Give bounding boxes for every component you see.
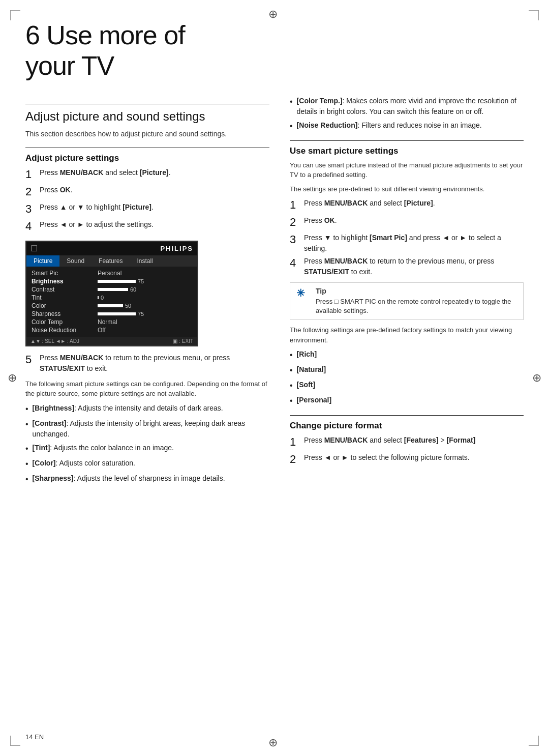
bullet-soft: [Soft] bbox=[290, 380, 524, 392]
bullet-rich: [Rich] bbox=[290, 349, 524, 361]
adjust-picture-steps: 1 Press MENU/BACK and select [Picture]. … bbox=[25, 167, 269, 235]
tv-menu-header: ☐ PHILIPS bbox=[26, 242, 197, 255]
page: 6 Use more of your TV Adjust picture and… bbox=[0, 0, 549, 756]
bullet-brightness: [Brightness]: Adjusts the intensity and … bbox=[25, 403, 269, 415]
change-format-title: Change picture format bbox=[290, 421, 524, 431]
tv-row-colortemp: Color Temp Normal bbox=[32, 318, 192, 326]
step-1: 1 Press MENU/BACK and select [Picture]. bbox=[25, 167, 269, 183]
tv-tab-picture: Picture bbox=[26, 255, 59, 267]
tv-menu-footer: ▲▼ : SEL ◄► : ADJ ▣ : EXIT bbox=[26, 337, 197, 345]
section-divider-smart bbox=[290, 140, 524, 141]
tv-tab-sound: Sound bbox=[59, 255, 92, 267]
smart-step-2: 2 Press OK. bbox=[290, 215, 524, 230]
step-4: 4 Press ◄ or ► to adjust the settings. bbox=[25, 219, 269, 235]
smart-steps: 1 Press MENU/BACK and select [Picture]. … bbox=[290, 198, 524, 277]
crosshair-bottom bbox=[268, 736, 281, 748]
crosshair-top bbox=[268, 8, 281, 20]
step-3: 3 Press ▲ or ▼ to highlight [Picture]. bbox=[25, 202, 269, 217]
smart-picture-desc: The following smart picture settings can… bbox=[25, 379, 269, 399]
bullet-noisered: [Noise Reduction]: Filters and reduces n… bbox=[290, 120, 524, 132]
corner-mark-bl bbox=[10, 736, 20, 746]
use-smart-title: Use smart picture settings bbox=[290, 146, 524, 156]
right-column: [Color Temp.]: Makes colors more vivid a… bbox=[290, 96, 524, 490]
format-steps: 1 Press MENU/BACK and select [Features] … bbox=[290, 435, 524, 468]
settings-bullets: [Brightness]: Adjusts the intensity and … bbox=[25, 403, 269, 485]
tv-menu-tabs: Picture Sound Features Install bbox=[26, 255, 197, 267]
bullet-colortemp: [Color Temp.]: Makes colors more vivid a… bbox=[290, 96, 524, 117]
section-divider-2 bbox=[25, 148, 269, 148]
crosshair-right bbox=[532, 371, 541, 385]
factory-bullets: [Rich] [Natural] [Soft] [Personal] bbox=[290, 349, 524, 407]
smart-desc2: The settings are pre-defined to suit dif… bbox=[290, 184, 524, 194]
tv-row-color: Color 50 bbox=[32, 302, 192, 309]
page-number: 14 EN bbox=[25, 733, 44, 741]
adjust-picture-title: Adjust picture settings bbox=[25, 153, 269, 163]
tip-label: Tip bbox=[316, 287, 517, 295]
bullet-sharpness: [Sharpness]: Adjusts the level of sharpn… bbox=[25, 473, 269, 485]
tv-menu-icon: ☐ bbox=[30, 244, 38, 253]
two-column-layout: Adjust picture and sound settings This s… bbox=[25, 96, 524, 490]
bullet-tint: [Tint]: Adjusts the color balance in an … bbox=[25, 443, 269, 455]
step-5: 5 Press MENU/BACK to return to the previ… bbox=[25, 353, 269, 374]
bullet-personal: [Personal] bbox=[290, 395, 524, 407]
section-divider-format bbox=[290, 415, 524, 416]
corner-mark-tl bbox=[10, 10, 20, 20]
step-5-list: 5 Press MENU/BACK to return to the previ… bbox=[25, 353, 269, 374]
format-step-1: 1 Press MENU/BACK and select [Features] … bbox=[290, 435, 524, 450]
tv-row-smartpic: Smart Pic Personal bbox=[32, 270, 192, 277]
format-step-2: 2 Press ◄ or ► to select the following p… bbox=[290, 452, 524, 468]
tip-icon: ✳ bbox=[296, 287, 311, 299]
factory-desc: The following settings are pre-defined f… bbox=[290, 325, 524, 345]
tv-row-noisered: Noise Reduction Off bbox=[32, 327, 192, 334]
tv-menu-screenshot: ☐ PHILIPS Picture Sound Features Install… bbox=[25, 241, 198, 346]
smart-desc1: You can use smart picture instead of the… bbox=[290, 160, 524, 180]
tv-tab-features: Features bbox=[92, 255, 130, 267]
tv-row-brightness: Brightness 75 bbox=[32, 278, 192, 285]
right-bullets-top: [Color Temp.]: Makes colors more vivid a… bbox=[290, 96, 524, 132]
tv-tab-install: Install bbox=[130, 255, 160, 267]
smart-step-3: 3 Press ▼ to highlight [Smart Pic] and p… bbox=[290, 232, 524, 254]
bullet-natural: [Natural] bbox=[290, 364, 524, 376]
bullet-contrast: [Contrast]: Adjusts the intensity of bri… bbox=[25, 418, 269, 440]
smart-step-4: 4 Press MENU/BACK to return to the previ… bbox=[290, 256, 524, 277]
tip-text: Press □ SMART PIC on the remote control … bbox=[316, 297, 517, 315]
corner-mark-br bbox=[529, 736, 539, 746]
chapter-title: 6 Use more of your TV bbox=[25, 20, 524, 81]
step-2: 2 Press OK. bbox=[25, 185, 269, 200]
section-title: Adjust picture and sound settings bbox=[25, 109, 269, 124]
tip-box: ✳ Tip Press □ SMART PIC on the remote co… bbox=[290, 282, 524, 320]
section-desc: This section describes how to adjust pic… bbox=[25, 129, 269, 139]
tv-row-contrast: Contrast 60 bbox=[32, 286, 192, 293]
left-column: Adjust picture and sound settings This s… bbox=[25, 96, 269, 490]
philips-logo: PHILIPS bbox=[160, 245, 193, 252]
smart-step-1: 1 Press MENU/BACK and select [Picture]. bbox=[290, 198, 524, 213]
tip-content-area: Tip Press □ SMART PIC on the remote cont… bbox=[316, 287, 517, 315]
crosshair-left bbox=[8, 371, 17, 385]
corner-mark-tr bbox=[529, 10, 539, 20]
section-divider-1 bbox=[25, 104, 269, 104]
tv-row-tint: Tint 0 bbox=[32, 294, 192, 301]
tv-row-sharpness: Sharpness 75 bbox=[32, 310, 192, 317]
tv-menu-body: Smart Pic Personal Brightness 75 Contras… bbox=[26, 267, 197, 337]
bullet-color: [Color]: Adjusts color saturation. bbox=[25, 458, 269, 470]
